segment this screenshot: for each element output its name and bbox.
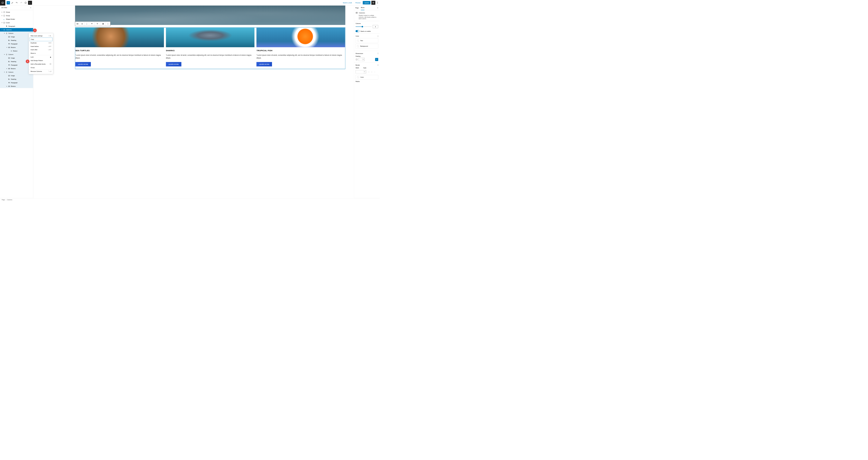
- learn-more-button[interactable]: LEARN MORE: [75, 62, 91, 67]
- info-icon[interactable]: [24, 1, 28, 5]
- tree-item-column[interactable]: Column: [0, 70, 33, 74]
- menu-item-lock[interactable]: Lock: [30, 56, 53, 59]
- tree-item-cover[interactable]: Cover: [0, 21, 33, 25]
- tree-item-paragraph[interactable]: Paragraph: [0, 63, 33, 67]
- menu-item-add-to-reusable-blocks[interactable]: Add to Reusable blocks: [30, 62, 53, 66]
- tree-item-columns[interactable]: Columns: [0, 28, 33, 32]
- tree-toggle-icon[interactable]: [6, 68, 8, 69]
- border-style-options[interactable]: — --- ····: [368, 71, 375, 73]
- border-width-input[interactable]: PX: [355, 70, 366, 73]
- menu-item-insert-before[interactable]: Insert before⌥⌘T: [30, 45, 53, 48]
- style-dotted-icon[interactable]: ····: [374, 71, 375, 73]
- style-dashed-icon[interactable]: ---: [371, 71, 372, 73]
- preview-link[interactable]: Preview: [354, 1, 362, 4]
- learn-more-button[interactable]: LEARN MORE: [256, 62, 272, 67]
- tree-toggle-icon[interactable]: [1, 15, 3, 16]
- column-heading[interactable]: SEA TURTLES: [75, 50, 164, 52]
- text-color-item[interactable]: Text: [355, 38, 378, 43]
- add-block-button[interactable]: +: [6, 1, 10, 4]
- tree-item-column[interactable]: Column: [0, 53, 33, 56]
- column-block[interactable]: SHARKS"Lorem ipsum dolor sit amet, conse…: [166, 28, 254, 69]
- redo-icon[interactable]: [19, 1, 23, 5]
- block-type-icon[interactable]: [75, 22, 80, 26]
- stack-mobile-toggle[interactable]: [355, 30, 359, 32]
- tree-item-heading[interactable]: Heading: [0, 39, 33, 42]
- panel-more-icon[interactable]: [378, 35, 378, 37]
- wordpress-logo[interactable]: [0, 0, 5, 5]
- tree-item-image[interactable]: Image: [0, 56, 33, 60]
- tree-item-more-icon[interactable]: [32, 29, 32, 31]
- tree-item-paragraph[interactable]: Paragraph: [0, 42, 33, 46]
- tree-item-paragraph[interactable]: Paragraph: [0, 81, 33, 85]
- menu-item-hide-more-settings[interactable]: Hide more settings⇧⌘,: [30, 34, 53, 38]
- tree-item-button[interactable]: Button: [0, 49, 33, 53]
- tree-toggle-icon[interactable]: [3, 54, 5, 55]
- tree-item-buttons[interactable]: Buttons: [0, 85, 33, 88]
- tree-toggle-icon[interactable]: [1, 11, 3, 12]
- panel-more-icon[interactable]: [378, 53, 378, 54]
- block-more-icon[interactable]: [106, 22, 110, 26]
- tree-toggle-icon[interactable]: [3, 33, 5, 34]
- panel-more-icon[interactable]: [378, 64, 378, 66]
- duotone-icon[interactable]: [100, 22, 106, 26]
- column-image[interactable]: [166, 28, 254, 47]
- edit-tool-icon[interactable]: [10, 1, 14, 5]
- column-heading[interactable]: TROPICAL FISH: [256, 50, 345, 52]
- menu-item-duplicate[interactable]: Duplicate⇧⌘D: [30, 41, 53, 45]
- tree-item-group[interactable]: Group: [0, 10, 33, 14]
- tree-item-column[interactable]: Column: [0, 32, 33, 35]
- column-image[interactable]: [256, 28, 345, 47]
- tree-toggle-icon[interactable]: [1, 29, 3, 30]
- update-button[interactable]: Update: [363, 1, 371, 4]
- close-icon[interactable]: [377, 7, 378, 8]
- column-block[interactable]: SEA TURTLES"Lorem ipsum dolor sit amet, …: [75, 28, 164, 69]
- tree-toggle-icon[interactable]: [6, 47, 8, 48]
- outline-icon[interactable]: [28, 1, 32, 5]
- menu-item-copy[interactable]: Copy: [30, 38, 53, 41]
- tree-item-buttons[interactable]: Buttons: [0, 46, 33, 49]
- padding-input[interactable]: PX: [359, 58, 365, 61]
- background-color-item[interactable]: Background: [355, 44, 378, 48]
- tab-block[interactable]: Block: [361, 5, 364, 10]
- menu-item-remove-columns[interactable]: Remove Columns⌃⌥Z: [30, 70, 53, 73]
- settings-icon[interactable]: [371, 1, 375, 5]
- tree-item-buttons[interactable]: Buttons: [0, 67, 33, 70]
- tree-toggle-icon[interactable]: [3, 72, 5, 73]
- tree-toggle-icon[interactable]: [6, 86, 8, 87]
- column-heading[interactable]: SHARKS: [166, 50, 254, 52]
- undo-icon[interactable]: [15, 1, 19, 5]
- column-block[interactable]: TROPICAL FISH"Lorem ipsum dolor sit amet…: [256, 28, 345, 69]
- breadcrumb-root[interactable]: Page: [2, 199, 5, 200]
- column-paragraph[interactable]: "Lorem ipsum dolor sit amet, consectetur…: [256, 54, 345, 59]
- link-sides-icon[interactable]: [375, 58, 378, 61]
- box-sides-icon[interactable]: [355, 58, 358, 61]
- column-paragraph[interactable]: "Lorem ipsum dolor sit amet, consectetur…: [75, 54, 164, 59]
- menu-item-insert-after[interactable]: Insert after⌥⌘Y: [30, 48, 53, 52]
- menu-item-group[interactable]: Group: [30, 66, 53, 69]
- tree-item-paragraph[interactable]: Paragraph: [0, 25, 33, 28]
- more-options-icon[interactable]: [376, 1, 379, 5]
- close-icon[interactable]: [30, 6, 32, 9]
- breadcrumb-current[interactable]: Columns: [7, 199, 12, 200]
- menu-item-move-to[interactable]: Move to: [30, 52, 53, 55]
- align-icon[interactable]: [89, 22, 95, 26]
- tree-item-heading[interactable]: Heading: [0, 77, 33, 81]
- tree-item-image[interactable]: Image: [0, 35, 33, 39]
- tree-item-image[interactable]: Image: [0, 74, 33, 77]
- move-updown-icon[interactable]: [85, 22, 89, 26]
- tree-item-group[interactable]: Group: [0, 14, 33, 18]
- cover-block-image[interactable]: [75, 5, 345, 25]
- column-paragraph[interactable]: "Lorem ipsum dolor sit amet, consectetur…: [166, 54, 254, 59]
- style-solid-icon[interactable]: —: [368, 71, 369, 73]
- columns-number-input[interactable]: [373, 25, 378, 28]
- tree-toggle-icon[interactable]: [1, 22, 3, 23]
- switch-to-draft-link[interactable]: Switch to draft: [341, 1, 353, 4]
- tab-page[interactable]: Page: [355, 5, 359, 10]
- column-image[interactable]: [75, 28, 164, 47]
- vertical-align-icon[interactable]: [95, 22, 100, 26]
- columns-block[interactable]: SEA TURTLES"Lorem ipsum dolor sit amet, …: [75, 28, 345, 69]
- learn-more-button[interactable]: LEARN MORE: [166, 62, 181, 67]
- drag-handle-icon[interactable]: [80, 22, 84, 26]
- border-color-item[interactable]: Color: [355, 75, 378, 79]
- tree-item-shape-divider[interactable]: Shape Divider: [0, 18, 33, 21]
